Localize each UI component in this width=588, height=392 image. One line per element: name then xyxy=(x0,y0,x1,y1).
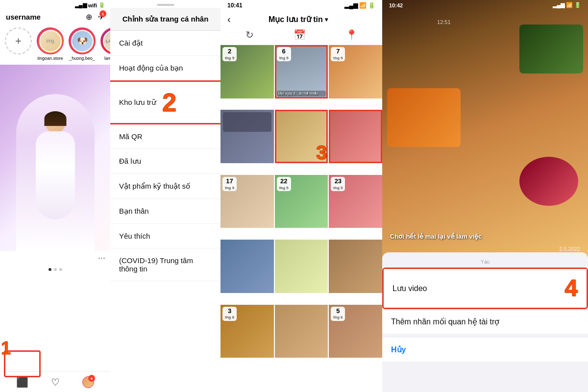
status-bar-3: 10:41 ▂▄▆ 📶 🔋 xyxy=(220,0,382,11)
story-content-text: Chơi hết lẻ mai lại về làm việc xyxy=(390,233,580,240)
menu-item-vat-pham[interactable]: Vật phẩm kỹ thuật số xyxy=(110,174,220,199)
them-nhan-label: Thêm nhãn mối quan hệ tài trợ xyxy=(391,317,499,326)
menu-item-hoat-dong[interactable]: Hoạt động của bạn xyxy=(110,56,220,82)
archive-cell-0[interactable]: 2 thg 5 xyxy=(220,45,274,98)
dots-indicator xyxy=(0,265,110,274)
menu-label-vat-pham: Vật phẩm kỹ thuật số xyxy=(119,182,190,191)
huy-label: Hủy xyxy=(391,345,406,354)
archive-cell-13[interactable] xyxy=(275,305,328,358)
battery-icon-4: 🔋 xyxy=(574,2,581,8)
story-item-add[interactable]: + xyxy=(5,27,32,61)
menu-item-ma-qr[interactable]: Mã QR xyxy=(110,124,220,149)
cell-caption-1: Một ngày đ... ăn hơi nhiều xyxy=(277,91,326,97)
archive-cell-8[interactable]: 23 thg 5 xyxy=(329,175,382,228)
story-circle-1[interactable]: img xyxy=(37,27,64,54)
menu-label-covid: (COVID-19) Trung tâm thông tin xyxy=(119,256,212,273)
time-3: 10:41 xyxy=(227,2,243,9)
drag-indicator xyxy=(157,4,174,6)
heart-icon[interactable]: ♡ xyxy=(51,376,60,388)
more-options[interactable]: ··· xyxy=(0,251,110,265)
action-sheet-spacer xyxy=(382,252,588,256)
panel-story-view: 10:42 ▂▄▆ 📶 🔋 2 tháng 5 12:51 ✦ ꒱ xyxy=(382,0,588,392)
menu-label-ma-qr: Mã QR xyxy=(119,132,143,141)
dot-3 xyxy=(59,268,62,271)
status-icons-1: ▂▄▆ wifi 🔋 xyxy=(75,2,105,8)
settings-header: Chỉnh sửa trang cá nhân xyxy=(110,8,220,31)
profile-username: username xyxy=(6,13,41,21)
story-date-stamp: 2.5.2022 xyxy=(559,246,580,252)
archive-cell-7[interactable]: 22 thg 5 xyxy=(275,175,328,228)
status-icons-3: ▂▄▆ 📶 🔋 xyxy=(344,2,375,9)
signal-icon: ▂▄▆ xyxy=(75,2,87,8)
archive-cell-1[interactable]: 6 thg 5 Một ngày đ... ăn hơi nhiều xyxy=(275,45,328,98)
luu-video-button[interactable]: Lưu video 4 xyxy=(384,269,587,307)
story-item-1[interactable]: img tingoan.store xyxy=(37,27,64,61)
them-nhan-button[interactable]: Thêm nhãn mối quan hệ tài trợ xyxy=(382,310,588,334)
battery-icon: 🔋 xyxy=(98,2,105,8)
huy-button[interactable]: Hủy xyxy=(382,338,588,362)
add-story-circle[interactable]: + xyxy=(5,27,32,54)
profile-icon[interactable]: ● xyxy=(82,376,94,388)
story-time: 12:51 xyxy=(437,19,451,25)
reel-icon[interactable]: ⬛ xyxy=(16,376,28,388)
add-icon-wrap[interactable]: ⊕ xyxy=(86,12,92,22)
story-item-2[interactable]: 🐶 _huong.beo_ xyxy=(69,27,96,61)
date-badge-2: 7 thg 5 xyxy=(331,47,345,61)
archive-filter-icons: ↻ 📅 📍 xyxy=(220,29,382,45)
dropdown-icon[interactable]: ▾ xyxy=(325,16,328,23)
signal-icon-4: ▂▄▆ xyxy=(553,2,564,8)
date-badge-7: 22 thg 5 xyxy=(277,177,291,191)
archive-cell-11[interactable] xyxy=(329,240,382,293)
label-number-2: 2 xyxy=(162,90,176,115)
story-label-1: tingoan.store xyxy=(37,56,63,61)
refresh-icon[interactable]: ↻ xyxy=(245,29,254,41)
panel-story-archive: 10:41 ▂▄▆ 📶 🔋 ‹ Mục lưu trữ tin ▾ ↻ 📅 📍 … xyxy=(220,0,382,392)
story-circle-2[interactable]: 🐶 xyxy=(69,27,96,54)
archive-cell-9[interactable] xyxy=(220,240,274,293)
panel-instagram-profile: ▂▄▆ wifi 🔋 username ⊕ ✈ 1 + img tingoan.… xyxy=(0,0,110,392)
date-badge-1: 6 thg 5 xyxy=(277,47,291,61)
archive-cell-4[interactable]: 3 xyxy=(275,110,328,163)
back-button-3[interactable]: ‹ xyxy=(227,14,231,25)
menu-item-kho-luu-tru[interactable]: Kho lưu trữ 2 xyxy=(110,82,220,124)
send-icon-wrap[interactable]: ✈ 1 xyxy=(98,12,104,22)
status-bar-4: 10:42 ▂▄▆ 📶 🔋 xyxy=(382,0,588,10)
story-circle-3[interactable]: LA MUS xyxy=(100,27,110,54)
story-image-2 xyxy=(387,88,461,147)
date-badge-0: 2 thg 5 xyxy=(222,47,237,61)
notification-badge: 1 xyxy=(99,10,106,17)
signal-icon-3: ▂▄▆ xyxy=(344,2,358,9)
date-badge-14: 5 thg 6 xyxy=(331,307,345,321)
profile-badge: ● xyxy=(88,375,95,382)
story-image-1 xyxy=(519,24,583,74)
menu-item-cai-dat[interactable]: Cài đặt xyxy=(110,31,220,56)
story-label-2: _huong.beo_ xyxy=(69,56,95,61)
archive-cell-3[interactable] xyxy=(220,110,274,163)
archive-grid: 2 thg 5 6 thg 5 Một ngày đ... ăn hơi nhi… xyxy=(220,45,382,368)
menu-item-ban-than[interactable]: Bạn thân xyxy=(110,199,220,224)
archive-cell-5[interactable] xyxy=(329,110,382,163)
time-4: 10:42 xyxy=(389,2,403,8)
archive-cell-14[interactable]: 5 thg 6 xyxy=(329,305,382,358)
archive-cell-12[interactable]: 3 thg 6 xyxy=(220,305,274,358)
location-icon[interactable]: 📍 xyxy=(345,29,358,41)
archive-cell-6[interactable]: 17 thg 5 xyxy=(220,175,274,228)
menu-item-covid[interactable]: (COVID-19) Trung tâm thông tin xyxy=(110,248,220,281)
story-view-area: 10:42 ▂▄▆ 📶 🔋 2 tháng 5 12:51 ✦ ꒱ xyxy=(382,0,588,260)
label-number-4: 4 xyxy=(564,276,578,300)
header-icons: ⊕ ✈ 1 xyxy=(86,12,104,22)
status-icons-4: ▂▄▆ 📶 🔋 xyxy=(553,2,581,8)
calendar-icon[interactable]: 📅 xyxy=(294,29,306,41)
menu-label-cai-dat: Cài đặt xyxy=(119,39,143,48)
wifi-icon-4: 📶 xyxy=(566,2,573,8)
wifi-icon: wifi xyxy=(88,2,97,8)
menu-item-da-luu[interactable]: Đã lưu xyxy=(110,149,220,174)
luu-video-border: Lưu video 4 xyxy=(382,268,588,309)
menu-item-yeu-thich[interactable]: Yêu thích xyxy=(110,224,220,248)
story-item-3[interactable]: LA MUS lamuse.of xyxy=(100,27,110,61)
label-number-1: 1 xyxy=(1,338,11,359)
story-row: + img tingoan.store 🐶 _huong.beo_ LA MUS… xyxy=(0,24,110,65)
archive-cell-10[interactable] xyxy=(275,240,328,293)
archive-cell-2[interactable]: 7 thg 5 xyxy=(329,45,382,98)
add-icon[interactable]: ⊕ xyxy=(86,13,92,21)
